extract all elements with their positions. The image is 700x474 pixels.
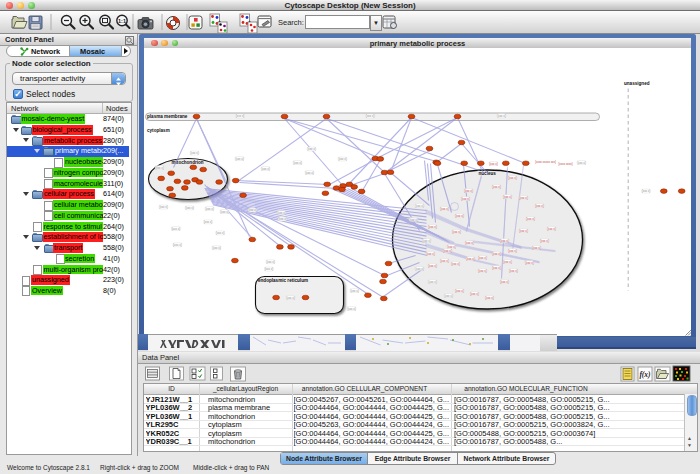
svg-text:[xxx x]: [xxx x]: [305, 171, 313, 175]
svg-text:[xxxx xxxx]: [xxxx xxxx]: [559, 162, 573, 166]
svg-text:[xxx x]: [xxx x]: [422, 239, 430, 243]
svg-text:[xxx x]: [xxx x]: [185, 206, 193, 210]
svg-text:f(x): f(x): [639, 370, 651, 379]
svg-text:[xxx x]: [xxx x]: [415, 267, 423, 271]
svg-text:[xxx x]: [xxx x]: [440, 207, 448, 211]
svg-text:[xxx x]: [xxx x]: [478, 269, 486, 273]
svg-text:[xxx x]: [xxx x]: [440, 259, 448, 263]
svg-text:plasma membrane: plasma membrane: [147, 114, 188, 119]
svg-text:[xxx x]: [xxx x]: [173, 243, 181, 247]
svg-text:[xxx x]: [xxx x]: [451, 262, 459, 266]
svg-text:[xxx x]: [xxx x]: [350, 289, 358, 293]
svg-text:[xxx x]: [xxx x]: [492, 266, 500, 270]
svg-text:[xxxx xxxxx xxx]: [xxxx xxxxx xxx]: [535, 160, 556, 164]
svg-text:[xxx x]: [xxx x]: [485, 296, 493, 300]
svg-text:[xxx x]: [xxx x]: [277, 211, 285, 215]
svg-text:[xxx x]: [xxx x]: [426, 252, 434, 256]
svg-text:[xxx x]: [xxx x]: [525, 261, 533, 265]
svg-text:[xxx x]: [xxx x]: [415, 204, 423, 208]
svg-text:[xxx x]: [xxx x]: [235, 157, 243, 161]
svg-text:[xxx x]: [xxx x]: [478, 256, 486, 260]
svg-text:[xxx x]: [xxx x]: [266, 260, 274, 264]
svg-text:[xxx x]: [xxx x]: [293, 161, 301, 165]
svg-text:[xxx x]: [xxx x]: [205, 207, 213, 211]
svg-text:[xxx x]: [xxx x]: [212, 246, 220, 250]
svg-text:[xxx x]: [xxx x]: [470, 292, 478, 296]
svg-text:[xxx x]: [xxx x]: [464, 189, 472, 193]
svg-text:[xxx x]: [xxx x]: [409, 218, 417, 222]
svg-text:[xxx x]: [xxx x]: [526, 217, 534, 221]
svg-text:[xxx x]: [xxx x]: [642, 189, 650, 193]
svg-text:[xxx x]: [xxx x]: [508, 249, 516, 253]
svg-text:[xxx x]: [xxx x]: [159, 205, 167, 209]
svg-text:[xxx x]: [xxx x]: [444, 294, 452, 298]
svg-text:[xxx x]: [xxx x]: [509, 269, 517, 273]
svg-text:[xxx x]: [xxx x]: [466, 257, 474, 261]
svg-text:[xxx x]: [xxx x]: [286, 296, 294, 300]
svg-text:[xxx x]: [xxx x]: [338, 157, 346, 161]
svg-text:[xxx x]: [xxx x]: [428, 225, 436, 229]
svg-text:[xxx x]: [xxx x]: [261, 167, 269, 171]
svg-text:1:1: 1:1: [118, 17, 126, 23]
svg-text:[xxx x]: [xxx x]: [265, 267, 273, 271]
svg-text:[xxx x]: [xxx x]: [535, 204, 543, 208]
svg-text:[xxx x]: [xxx x]: [347, 307, 355, 311]
svg-text:[xxx x]: [xxx x]: [547, 227, 555, 231]
svg-text:[xxx x]: [xxx x]: [278, 217, 286, 221]
svg-text:[xxx x]: [xxx x]: [190, 151, 198, 155]
svg-text:[xxx x]: [xxx x]: [492, 185, 500, 189]
svg-text:[xxx x]: [xxx x]: [248, 208, 256, 212]
svg-text:[xxx x]: [xxx x]: [236, 114, 244, 118]
svg-text:[xxx x]: [xxx x]: [465, 241, 473, 245]
svg-text:[xxx x]: [xxx x]: [503, 260, 511, 264]
svg-text:[xxx x]: [xxx x]: [540, 239, 548, 243]
svg-text:[xxx x]: [xxx x]: [508, 176, 516, 180]
svg-text:unassigned: unassigned: [624, 81, 650, 86]
svg-text:[xxx x]: [xxx x]: [577, 161, 585, 165]
svg-text:[xxx x]: [xxx x]: [307, 147, 315, 151]
svg-text:[xxx x]: [xxx x]: [532, 246, 540, 250]
svg-text:[xxx x]: [xxx x]: [489, 162, 497, 166]
svg-text:[xxx x]: [xxx x]: [519, 229, 527, 233]
svg-text:[xxx x]: [xxx x]: [204, 220, 212, 224]
svg-text:[xxx x]: [xxx x]: [500, 280, 508, 284]
svg-text:endoplasmic reticulum: endoplasmic reticulum: [258, 278, 308, 283]
svg-text:[xxx x]: [xxx x]: [519, 196, 527, 200]
svg-text:cytoplasm: cytoplasm: [147, 128, 170, 133]
svg-text:[xxx x]: [xxx x]: [220, 210, 228, 214]
svg-text:[xxx x]: [xxx x]: [492, 252, 500, 256]
svg-text:[xxx x]: [xxx x]: [428, 264, 436, 268]
svg-text:[xxx x]: [xxx x]: [155, 166, 163, 170]
svg-text:[xxx x]: [xxx x]: [428, 280, 436, 284]
svg-text:[xxx x]: [xxx x]: [452, 230, 460, 234]
svg-text:[xxx x]: [xxx x]: [455, 289, 463, 293]
svg-text:[xxx x]: [xxx x]: [455, 214, 463, 218]
svg-text:[xxx x]: [xxx x]: [500, 239, 508, 243]
svg-text:[xxx x]: [xxx x]: [497, 114, 505, 118]
svg-text:[xxx x]: [xxx x]: [461, 197, 469, 201]
svg-text:[xxx x]: [xxx x]: [443, 249, 451, 253]
svg-text:[xxx x]: [xxx x]: [216, 231, 224, 235]
svg-text:[xxx x]: [xxx x]: [503, 195, 511, 199]
svg-text:[xxx x]: [xxx x]: [366, 114, 374, 118]
svg-text:[xxx x]: [xxx x]: [172, 227, 180, 231]
